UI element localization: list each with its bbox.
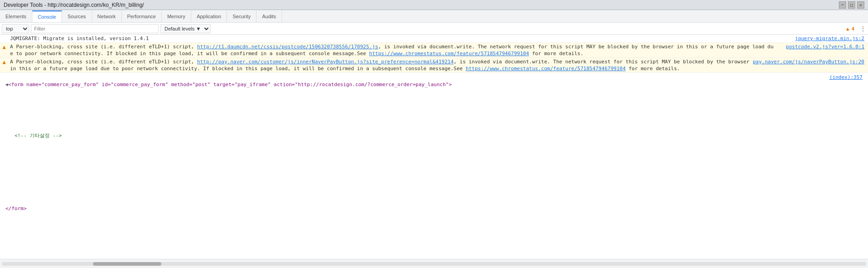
input-line-7 — [4, 139, 868, 147]
tab-network[interactable]: Network — [92, 10, 122, 22]
form-triangle[interactable]: ▼ — [3, 83, 10, 86]
input-line-2 — [4, 103, 868, 110]
level-select[interactable]: Default levels ▼ — [160, 24, 211, 33]
title-bar: Developer Tools - http://rocatdesign.com… — [0, 0, 868, 10]
tab-audits[interactable]: Audits — [257, 10, 282, 22]
tab-performance[interactable]: Performance — [122, 10, 162, 22]
input-line-0 — [4, 88, 868, 96]
dom-source-link[interactable]: (index):357 — [829, 74, 866, 81]
console-line-icon-1: ▲ — [0, 43, 8, 51]
console-line-icon-0 — [0, 35, 8, 36]
window-controls: ─ □ ✕ — [839, 1, 864, 9]
console-line-source-2[interactable]: pay.naver.com/js/naverPayButton.js:20 — [753, 58, 868, 65]
filter-input[interactable] — [31, 24, 159, 33]
input-line-8 — [4, 147, 868, 154]
console-link-2-1[interactable]: http://pay.naver.com/customer/js/innerNa… — [197, 59, 454, 65]
console-lines: JQMIGRATE: Migrate is installed, version… — [0, 35, 868, 73]
form-block: ▼ <form name="commerce_pay_form" id="com… — [4, 81, 868, 220]
console-link-2-3[interactable]: https://www.chromestatus.com/feature/571… — [466, 66, 626, 72]
form-close-line: </form> — [4, 205, 868, 212]
input-line-4 — [4, 118, 868, 125]
console-link-1-1[interactable]: http://t1.daumcdn.net/cssis/postcode/150… — [197, 44, 378, 50]
dom-source-ref: (index):357 — [4, 74, 868, 81]
tab-security[interactable]: Security — [227, 10, 257, 22]
close-button[interactable]: ✕ — [857, 1, 864, 9]
input-line-14 — [4, 191, 868, 198]
console-line-0: JQMIGRATE: Migrate is installed, version… — [0, 35, 868, 43]
console-line-content-2: A Parser-blocking, cross site (i.e. diff… — [8, 58, 753, 72]
console-line-2: ▲A Parser-blocking, cross site (i.e. dif… — [0, 58, 868, 73]
tab-memory[interactable]: Memory — [162, 10, 191, 22]
form-open-line: ▼ <form name="commerce_pay_form" id="com… — [4, 81, 868, 88]
tab-application[interactable]: Application — [191, 10, 227, 22]
input-line-3 — [4, 110, 868, 118]
input-line-5 — [4, 125, 868, 132]
console-link-1-3[interactable]: https://www.chromestatus.com/feature/571… — [369, 51, 529, 57]
input-line-11 — [4, 169, 868, 176]
settings-icon[interactable]: ⋮ — [860, 25, 866, 32]
restore-button[interactable]: □ — [848, 1, 855, 9]
horizontal-scrollbar[interactable] — [0, 259, 868, 268]
input-line-6: <!-- 기타설정 --> — [4, 132, 868, 139]
console-line-1: ▲A Parser-blocking, cross site (i.e. dif… — [0, 43, 868, 58]
input-line-10 — [4, 161, 868, 169]
form-close-tag: </form> — [5, 205, 26, 212]
input-line-12 — [4, 176, 868, 183]
input-line-15 — [4, 198, 868, 205]
comment-6: <!-- 기타설정 --> — [15, 132, 62, 139]
scrollbar-thumb[interactable] — [93, 262, 161, 266]
input-line-9 — [4, 154, 868, 161]
input-line-13 — [4, 183, 868, 191]
dom-content: (index):357 ▼ <form name="commerce_pay_f… — [0, 73, 868, 221]
console-line-source-0[interactable]: jquery-migrate.min.js:2 — [777, 35, 868, 42]
console-line-content-0: JQMIGRATE: Migrate is installed, version… — [8, 35, 777, 42]
console-content: JQMIGRATE: Migrate is installed, version… — [0, 35, 868, 259]
warning-count-badge: ▲ 4 — [845, 26, 856, 31]
window-title: Developer Tools - http://rocatdesign.com… — [4, 2, 144, 8]
input-line-1 — [4, 96, 868, 103]
tab-console[interactable]: Console — [32, 10, 62, 22]
scrollbar-track — [2, 262, 866, 266]
console-line-content-1: A Parser-blocking, cross site (i.e. diff… — [8, 43, 777, 57]
tab-elements[interactable]: Elements — [0, 10, 32, 22]
blank-line — [4, 212, 868, 220]
minimize-button[interactable]: ─ — [839, 1, 846, 9]
context-select[interactable]: top — [2, 24, 29, 33]
console-toolbar: top Default levels ▼ ▲ 4 ⋮ — [0, 23, 868, 35]
tab-sources[interactable]: Sources — [62, 10, 92, 22]
console-line-icon-2: ▲ — [0, 58, 8, 66]
toolbar-left: top Default levels ▼ — [2, 24, 211, 33]
form-tag: <form name="commerce_pay_form" id="comme… — [8, 81, 452, 88]
console-line-source-1[interactable]: postcode.v2.js?ver=1.6.0:1 — [777, 43, 868, 50]
tab-bar: ElementsConsoleSourcesNetworkPerformance… — [0, 10, 868, 23]
